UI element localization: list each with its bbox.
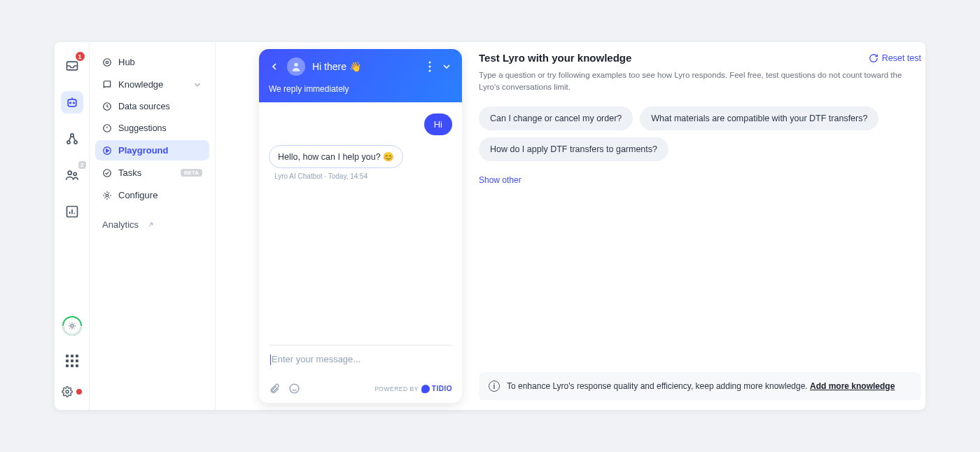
panel-description: Type a question or try following example… xyxy=(479,69,921,94)
avatar xyxy=(287,57,305,76)
nav-analytics-label: Analytics xyxy=(102,219,139,230)
more-icon[interactable] xyxy=(428,61,431,72)
powered-by: POWERED BY TIDIO xyxy=(374,385,452,393)
flows-icon[interactable] xyxy=(61,128,83,150)
chat-footer: POWERED BY TIDIO xyxy=(259,383,462,403)
user-message: Hi xyxy=(424,114,452,135)
svg-point-20 xyxy=(294,63,298,67)
svg-marker-17 xyxy=(106,149,109,152)
nav-playground-label: Playground xyxy=(118,145,169,156)
nav-data-sources-label: Data sources xyxy=(118,102,170,111)
show-other-link[interactable]: Show other xyxy=(479,175,921,185)
svg-point-2 xyxy=(69,102,71,104)
svg-point-3 xyxy=(73,102,74,104)
add-knowledge-link[interactable]: Add more knowledge xyxy=(810,381,895,391)
bot-message-meta: Lyro AI Chatbot · Today, 14:54 xyxy=(274,172,452,180)
svg-point-11 xyxy=(66,390,69,393)
refresh-icon xyxy=(869,53,878,63)
nav-playground[interactable]: Playground xyxy=(95,140,209,160)
banner-text-wrapper: To enhance Lyro's response quality and e… xyxy=(507,381,895,391)
nav-knowledge[interactable]: Knowledge xyxy=(95,74,209,95)
icon-rail: 1 2 xyxy=(55,42,90,410)
chat-header: Hi there 👋 We reply immediately xyxy=(259,49,462,102)
question-pill[interactable]: Can I change or cancel my order? xyxy=(479,107,633,130)
nav-configure[interactable]: Configure xyxy=(95,185,209,205)
nav-suggestions-label: Suggestions xyxy=(118,123,167,133)
nav-data-sources[interactable]: Data sources xyxy=(95,97,209,116)
svg-point-22 xyxy=(429,66,431,68)
people-icon[interactable]: 2 xyxy=(61,164,83,186)
svg-point-4 xyxy=(70,134,73,137)
apps-grid-icon[interactable] xyxy=(61,350,83,372)
app-container: 1 2 xyxy=(55,42,925,410)
settings-icon[interactable] xyxy=(62,386,82,397)
emoji-icon[interactable] xyxy=(288,383,300,395)
nav-suggestions[interactable]: Suggestions xyxy=(95,118,209,138)
nav-hub[interactable]: Hub xyxy=(95,52,209,72)
svg-point-24 xyxy=(290,384,299,393)
info-icon: i xyxy=(489,381,500,392)
reset-test-link[interactable]: Reset test xyxy=(869,53,921,63)
settings-notification-dot xyxy=(76,389,82,395)
chat-subtitle: We reply immediately xyxy=(269,84,452,94)
icon-rail-top: 1 2 xyxy=(61,55,83,223)
inbox-icon[interactable]: 1 xyxy=(61,55,83,77)
chat-widget: Hi there 👋 We reply immediately Hi Hello… xyxy=(259,49,462,403)
tidio-brand[interactable]: TIDIO xyxy=(421,385,452,393)
chat-header-row: Hi there 👋 xyxy=(269,57,452,76)
main-content: Hi there 👋 We reply immediately Hi Hello… xyxy=(216,42,925,410)
bot-message: Hello, how can I help you? 😊 xyxy=(269,145,403,168)
svg-point-18 xyxy=(104,169,111,177)
inbox-badge: 1 xyxy=(76,52,85,61)
back-icon[interactable] xyxy=(269,61,280,72)
svg-point-21 xyxy=(429,62,431,64)
external-link-icon xyxy=(147,221,155,228)
banner-text: To enhance Lyro's response quality and e… xyxy=(507,381,810,391)
chat-input-area[interactable]: Enter your message... xyxy=(269,345,452,371)
panel-title: Test Lyro with your knowledge xyxy=(479,52,631,64)
nav-tasks[interactable]: Tasks BETA xyxy=(95,163,209,183)
svg-point-19 xyxy=(106,194,108,197)
nav-configure-label: Configure xyxy=(118,190,158,200)
chat-body: Hi Hello, how can I help you? 😊 Lyro AI … xyxy=(259,102,462,383)
chat-greeting: Hi there 👋 xyxy=(312,61,361,72)
tidio-icon xyxy=(421,385,430,393)
svg-point-8 xyxy=(74,172,76,175)
chat-header-actions xyxy=(428,61,452,72)
panel-header: Test Lyro with your knowledge Reset test xyxy=(479,52,921,64)
icon-rail-bottom xyxy=(61,316,83,397)
question-pill[interactable]: How do I apply DTF transfers to garments… xyxy=(479,137,668,161)
nav-analytics[interactable]: Analytics xyxy=(95,214,209,235)
svg-point-13 xyxy=(106,61,108,64)
sidebar: Hub Knowledge Data sources Suggestions P… xyxy=(90,42,216,410)
minimize-icon[interactable] xyxy=(441,61,452,72)
svg-point-23 xyxy=(429,70,431,72)
knowledge-banner: i To enhance Lyro's response quality and… xyxy=(479,372,921,400)
progress-circle-icon[interactable] xyxy=(62,316,82,336)
people-badge: 2 xyxy=(78,161,85,169)
analytics-icon[interactable] xyxy=(61,200,83,223)
beta-badge: BETA xyxy=(181,169,202,177)
test-panel: Test Lyro with your knowledge Reset test… xyxy=(479,49,925,403)
svg-point-10 xyxy=(71,324,74,327)
nav-tasks-label: Tasks xyxy=(118,167,141,178)
nav-knowledge-label: Knowledge xyxy=(118,79,163,90)
nav-hub-label: Hub xyxy=(118,57,135,67)
question-pills: Can I change or cancel my order? What ma… xyxy=(479,107,921,161)
svg-point-6 xyxy=(74,141,76,144)
svg-point-7 xyxy=(68,171,71,174)
svg-point-12 xyxy=(104,58,111,66)
attachment-icon[interactable] xyxy=(269,383,280,395)
chat-input-placeholder: Enter your message... xyxy=(270,354,451,371)
question-pill[interactable]: What materials are compatible with your … xyxy=(640,107,878,130)
svg-point-5 xyxy=(66,141,69,144)
chevron-down-icon xyxy=(192,80,202,90)
bot-icon[interactable] xyxy=(61,91,83,114)
